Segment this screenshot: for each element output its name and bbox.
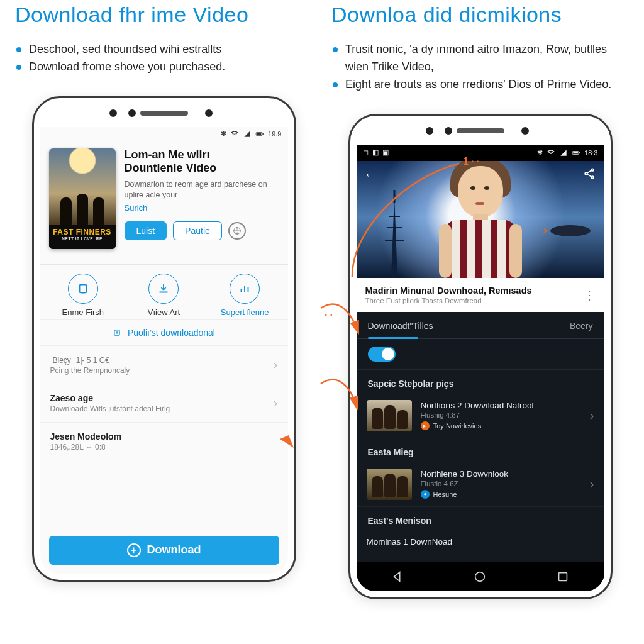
svg-point-9 (591, 169, 594, 171)
download-row[interactable]: Norttiorıs 2 Dowvıload Natrool Flusnig 4… (357, 394, 604, 438)
card-title: Madirin Minunal Downhoad, Remısads Тhree… (357, 278, 604, 312)
bullet: Trusit nonic, 'a dy ınmond aitro Imazon,… (331, 41, 629, 76)
svg-rect-4 (79, 284, 86, 292)
poster-subtitle: NRTT IT LCVE. RE (49, 236, 116, 241)
bars-icon[interactable] (230, 274, 260, 304)
heading-left: Download fhr ime Video (15, 3, 313, 27)
list-button[interactable]: Luist (125, 221, 167, 240)
tab-downloads[interactable]: Downıoadt"Tilles (357, 312, 445, 338)
movie-poster[interactable]: FAST FINNERS NRTT IT LCVE. RE (49, 148, 116, 249)
bullets-right: Trusit nonic, 'a dy ınmond aitro Imazon,… (331, 41, 629, 94)
movie-link[interactable]: Surich (125, 203, 279, 213)
bullet: Deschool, sed thoundsed wihi estrallts (15, 41, 313, 58)
wifi-icon (230, 130, 239, 138)
status-time: 18:3 (584, 149, 597, 157)
bullet: Download frome shove you purchased. (15, 58, 313, 76)
svg-point-11 (591, 176, 594, 179)
plus-icon: + (127, 543, 141, 557)
phone-left: ✱ 19.9 FAST FINNERS NRTT IT LCVE. RE (32, 96, 296, 582)
list-item[interactable]: Jesen Modeolom 1846,.28L ← 0:8 (40, 423, 288, 460)
list-item[interactable]: Zaeso age Downloade Witls jutsfónt adeal… (40, 384, 288, 423)
download-button[interactable]: + Download (49, 536, 279, 565)
chevron-right-icon: › (274, 357, 278, 372)
battery-icon (255, 130, 264, 138)
tab-secondary[interactable]: Beery (558, 312, 604, 338)
svg-rect-14 (558, 572, 567, 580)
android-navbar (357, 562, 604, 591)
section-heading: Sapcic Steþolar piçs (357, 370, 604, 394)
battery-icon (572, 148, 580, 157)
svg-point-10 (585, 172, 587, 175)
cell-icon (559, 148, 568, 157)
thumbnail (367, 469, 412, 500)
step-label: ·· (325, 309, 335, 321)
status-dot-icon: ✦ (421, 490, 430, 499)
download-row[interactable]: Northlene 3 Dowvnlook Fiustio 4 6Z ✦Hesu… (357, 462, 604, 507)
auto-download-toggle[interactable] (368, 347, 396, 362)
heading-right: Downloa did dicmikions (331, 3, 629, 27)
circle-label: Enme Firsh (48, 308, 118, 317)
svg-rect-1 (257, 133, 261, 135)
phone-right: ◻◧▣ ✱ 18:3 ← (348, 114, 613, 599)
wifi-icon (547, 148, 555, 157)
chevron-right-icon: › (590, 477, 594, 491)
globe-icon[interactable] (228, 222, 246, 240)
chevron-right-icon: › (590, 408, 594, 423)
status-bar-light: ✱ 19.9 (40, 127, 288, 141)
movie-title: Lom-an Me wilrı Dountienle Video (125, 148, 279, 175)
nav-recent-icon[interactable] (556, 570, 570, 584)
nav-home-icon[interactable] (473, 570, 487, 584)
download-icon[interactable] (68, 274, 98, 304)
thumbnail (367, 400, 412, 431)
svg-rect-7 (573, 152, 578, 153)
more-vert-icon[interactable]: ⋮ (583, 287, 596, 303)
bullets-left: Deschool, sed thoundsed wihi estrallts D… (15, 41, 313, 76)
nav-back-icon[interactable] (391, 570, 404, 584)
share-icon[interactable] (583, 167, 596, 182)
circle-label: Vıiew Art (129, 308, 198, 317)
section-heading: Easta Mieg (357, 438, 604, 462)
back-arrow-icon[interactable]: ← (364, 167, 377, 182)
play-button[interactable]: Pautie (173, 221, 222, 240)
playlist-download-link[interactable]: Puoliı’st downloadonal (40, 319, 288, 346)
svg-rect-8 (579, 152, 580, 153)
list-item[interactable]: Bleçy 1|- 5 1 G€ Pcing the Rempnoncaly › (40, 346, 288, 384)
card-heading: Madirin Minunal Downhoad, Remısads (365, 286, 532, 296)
svg-point-13 (475, 572, 485, 581)
movie-desc: Dowmarion to reom age ard parchese on up… (125, 179, 279, 201)
status-time: 19.9 (268, 130, 281, 138)
svg-rect-2 (263, 133, 264, 135)
bullet: Eight are trouts as one rredions' Dios o… (331, 76, 629, 94)
cell-icon (243, 130, 252, 138)
svg-point-12 (550, 225, 591, 236)
poster-title: FAST FINNERS (53, 228, 111, 236)
hero-image: ← (357, 161, 604, 278)
chevron-right-icon: › (274, 396, 278, 410)
download-circle-icon[interactable] (148, 274, 179, 304)
card-subtitle: Тhree Eust pilork Toasts Dowmfread (365, 297, 532, 304)
circle-label[interactable]: Supert ſlenne (210, 308, 279, 317)
status-dot-icon: ▸ (421, 421, 430, 430)
step-label: 1·· (463, 156, 482, 167)
section-heading: East's Menison (357, 507, 604, 531)
